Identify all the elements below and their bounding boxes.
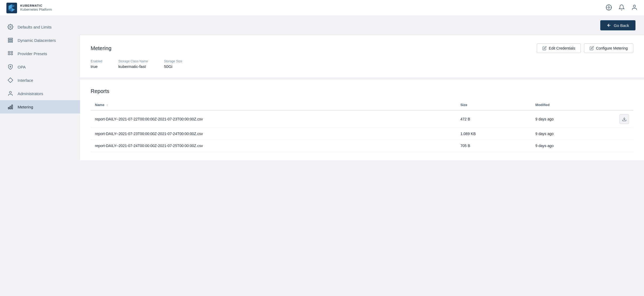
content-topbar: Go Back [80, 16, 644, 35]
storage-class-field: Storage Class Name kubermatic-fast [118, 59, 148, 69]
storage-size-label: Storage Size [164, 59, 182, 63]
sidebar-item-label: Provider Presets [18, 51, 47, 56]
report-modified: 9 days ago [531, 110, 615, 128]
metering-card: Metering Edit Credentials [80, 35, 644, 78]
enabled-label: Enabled [91, 59, 102, 63]
storage-class-value: kubermatic-fast [118, 64, 146, 69]
content-area: Metering Edit Credentials [80, 35, 644, 296]
svg-point-22 [9, 91, 11, 93]
svg-rect-14 [8, 40, 13, 41]
svg-rect-25 [12, 105, 13, 109]
report-size: 705 B [456, 140, 531, 152]
sidebar-item-opa[interactable]: OPA [0, 60, 80, 74]
configure-metering-button[interactable]: Configure Metering [584, 43, 633, 53]
table-row: report-DAILY--2021-07-24T00:00:00Z-2021-… [91, 140, 633, 152]
sidebar-item-label: OPA [18, 65, 26, 69]
configure-metering-label: Configure Metering [596, 46, 628, 50]
sidebar-item-label: Interface [18, 78, 33, 83]
top-nav: KUBERMATIC Kubernetes Platform [0, 0, 644, 16]
logo-brand: KUBERMATIC [20, 4, 52, 7]
svg-point-12 [10, 26, 11, 28]
sidebar-item-label: Metering [18, 105, 33, 109]
diamond-icon [7, 77, 13, 83]
table-row: report-DAILY--2021-07-22T00:00:00Z-2021-… [91, 110, 633, 128]
edit-credentials-button[interactable]: Edit Credentials [537, 43, 581, 53]
reports-title: Reports [91, 88, 633, 94]
svg-point-11 [633, 5, 635, 7]
svg-point-6 [608, 7, 610, 8]
svg-rect-23 [8, 107, 9, 109]
kubermatic-logo-icon [6, 3, 17, 13]
svg-rect-13 [8, 38, 13, 39]
nav-icons [606, 4, 638, 12]
svg-rect-24 [10, 106, 11, 109]
report-size: 472 B [456, 110, 531, 128]
column-modified: Modified [531, 100, 615, 110]
bell-icon[interactable] [618, 4, 625, 12]
report-name: report-DAILY--2021-07-22T00:00:00Z-2021-… [91, 110, 456, 128]
sort-arrow-icon: ↑ [106, 103, 108, 107]
sidebar-item-label: Dynamic Datacenters [18, 38, 56, 43]
grid-icon [7, 51, 13, 56]
sidebar: Defaults and Limits Dynamic Datacenters … [0, 16, 80, 296]
sidebar-item-label: Administrators [18, 91, 43, 96]
download-icon [622, 117, 627, 121]
storage-size-value: 50Gi [164, 64, 173, 69]
svg-rect-15 [8, 42, 13, 43]
sidebar-item-label: Defaults and Limits [18, 25, 52, 29]
storage-class-label: Storage Class Name [118, 59, 148, 63]
chart-icon [7, 104, 13, 110]
go-back-button[interactable]: Go Back [600, 20, 635, 30]
column-modified-label: Modified [535, 103, 550, 107]
sidebar-item-interface[interactable]: Interface [0, 74, 80, 87]
reports-card: Reports Name ↑ Size Modified [80, 80, 644, 160]
edit-credentials-label: Edit Credentials [549, 46, 575, 50]
column-name[interactable]: Name ↑ [91, 100, 456, 110]
report-modified: 9 days ago [531, 140, 615, 152]
gear-icon [7, 24, 13, 30]
person-icon [7, 91, 13, 96]
go-back-label: Go Back [614, 23, 629, 28]
report-download-cell [615, 110, 633, 128]
svg-rect-17 [11, 51, 13, 53]
svg-point-20 [10, 66, 11, 67]
report-size: 1.089 KB [456, 128, 531, 140]
column-size-label: Size [460, 103, 467, 107]
svg-marker-21 [8, 78, 13, 83]
reports-table: Name ↑ Size Modified [91, 100, 633, 152]
logo: KUBERMATIC Kubernetes Platform [6, 3, 52, 13]
sidebar-item-metering[interactable]: Metering [0, 100, 80, 113]
svg-rect-19 [11, 54, 13, 55]
metering-title: Metering [91, 45, 111, 51]
pencil2-icon [590, 46, 594, 50]
svg-rect-16 [8, 51, 10, 53]
pencil-icon [542, 46, 547, 50]
user-icon[interactable] [631, 4, 638, 12]
report-modified: 9 days ago [531, 128, 615, 140]
report-download-cell [615, 128, 633, 140]
metering-actions: Edit Credentials Configure Metering [537, 43, 633, 53]
report-name: report-DAILY--2021-07-24T00:00:00Z-2021-… [91, 140, 456, 152]
enabled-field: Enabled true [91, 59, 102, 69]
sidebar-item-administrators[interactable]: Administrators [0, 87, 80, 100]
column-actions [615, 100, 633, 110]
arrow-left-icon [607, 23, 611, 28]
metering-info: Enabled true Storage Class Name kubermat… [91, 59, 633, 69]
report-download-cell [615, 140, 633, 152]
column-size: Size [456, 100, 531, 110]
shield-icon [7, 64, 13, 70]
database-icon [7, 37, 13, 43]
sidebar-item-dynamic-datacenters[interactable]: Dynamic Datacenters [0, 34, 80, 47]
download-button[interactable] [619, 114, 629, 124]
svg-rect-18 [8, 54, 10, 55]
sidebar-item-provider-presets[interactable]: Provider Presets [0, 47, 80, 60]
storage-size-field: Storage Size 50Gi [164, 59, 182, 69]
logo-subtitle: Kubernetes Platform [20, 7, 52, 12]
report-name: report-DAILY--2021-07-23T00:00:00Z-2021-… [91, 128, 456, 140]
settings-icon[interactable] [606, 4, 612, 12]
main-content: Go Back Metering Edit Credentials [80, 16, 644, 296]
logo-text: KUBERMATIC Kubernetes Platform [20, 4, 52, 12]
sidebar-item-defaults-limits[interactable]: Defaults and Limits [0, 20, 80, 34]
enabled-value: true [91, 64, 98, 69]
metering-card-header: Metering Edit Credentials [91, 43, 633, 53]
